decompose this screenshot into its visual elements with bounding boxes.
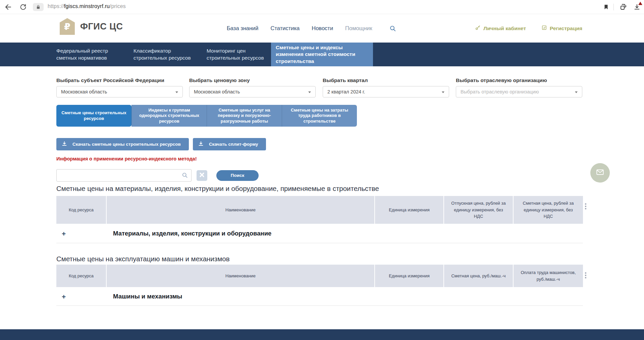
nav-statistics[interactable]: Статистика — [271, 25, 300, 31]
quarter-select[interactable]: 2 квартал 2024 г. — [323, 86, 449, 97]
personal-cabinet-link[interactable]: Личный кабинет — [475, 25, 526, 32]
tab-price-monitoring[interactable]: Мониторинг цен строительных ресурсов — [207, 43, 265, 66]
price-zone-select-value: Московская область — [194, 89, 240, 94]
nav-news[interactable]: Новости — [312, 25, 333, 31]
main-section-nav: Федеральный реестр сметных нормативов Кл… — [0, 43, 644, 66]
download-tray-icon — [62, 141, 67, 147]
search-submit-button[interactable]: Поиск — [216, 170, 259, 181]
back-icon[interactable] — [4, 3, 13, 11]
machines-group-row[interactable]: + Машины и механизмы — [56, 287, 583, 306]
account-links: Личный кабинет Регистрация — [475, 14, 582, 43]
filter-region: Выбрать субъект Российской Федерации Мос… — [56, 77, 183, 97]
expand-plus-icon[interactable]: + — [62, 293, 66, 300]
ruble-house-icon: ₽ — [60, 18, 75, 35]
chevron-down-icon — [575, 91, 578, 93]
machines-group-label: Машины и механизмы — [113, 293, 182, 300]
col-header-name: Наименование — [107, 265, 375, 287]
search-field-wrap — [56, 169, 192, 182]
ptab-transport-services[interactable]: Сметные цены услуг на перевозку и погруз… — [207, 105, 282, 127]
filter-industry-org: Выбрать отраслевую организацию Выбрать о… — [456, 77, 582, 97]
col-header-unit: Единица измерения — [375, 196, 444, 224]
filter-region-label: Выбрать субъект Российской Федерации — [56, 77, 183, 83]
personal-cabinet-label: Личный кабинет — [483, 25, 526, 31]
resource-index-info-link[interactable]: Информация о применении ресурсно-индексн… — [56, 156, 197, 161]
filter-price-zone-label: Выбрать ценовую зону — [189, 77, 316, 83]
price-zone-select[interactable]: Московская область — [189, 86, 316, 97]
clear-search-button[interactable] — [197, 170, 207, 181]
resource-search-input[interactable] — [56, 169, 192, 182]
search-icon[interactable] — [389, 25, 396, 32]
tab-federal-registry[interactable]: Федеральный реестр сметных нормативов — [56, 43, 127, 66]
col-header-machine-hour-price: Сметная цена, руб./маш.-ч — [444, 265, 514, 287]
scroll-top-marker[interactable] — [638, 2, 642, 5]
col-header-unit: Единица измерения — [375, 265, 444, 287]
nav-assistant[interactable]: Помощник — [345, 25, 372, 31]
download-split-form-button[interactable]: Скачать сплит-форму — [193, 138, 266, 150]
ptab-resource-prices[interactable]: Сметные цены строительных ресурсов — [56, 105, 131, 127]
reload-icon[interactable] — [19, 3, 28, 11]
col-header-resource-code: Код ресурса — [56, 196, 107, 224]
address-bar[interactable]: https://fgiscs.minstroyrf.ru/prices — [48, 3, 126, 9]
site-header: ₽ ФГИС ЦС База знаний Статистика Новости… — [0, 14, 644, 43]
url-host: fgiscs.minstroyrf.ru — [64, 3, 110, 9]
materials-group-row[interactable]: + Материалы, изделия, конструкции и обор… — [56, 224, 583, 243]
envelope-icon — [596, 168, 604, 178]
magnifier-icon[interactable] — [181, 172, 188, 179]
tab-classifier[interactable]: Классификатор строительных ресурсов — [133, 43, 202, 66]
machines-column-menu-icon[interactable] — [585, 272, 586, 278]
col-header-resource-code: Код ресурса — [56, 265, 107, 287]
quarter-select-value: 2 квартал 2024 г. — [327, 89, 365, 94]
machines-table-header: Код ресурса Наименование Единица измерен… — [56, 265, 583, 287]
download-tray-icon — [198, 141, 204, 147]
industry-org-select[interactable]: Выбрать отраслевую организацию — [456, 86, 582, 97]
registration-link[interactable]: Регистрация — [541, 25, 582, 32]
feedback-widget-button[interactable] — [590, 163, 610, 183]
tab-estimate-prices-active[interactable]: Сметные цены и индексы изменения сметной… — [271, 43, 373, 66]
download-actions: Скачать сметные цены строительных ресурс… — [56, 138, 266, 150]
site-logo[interactable]: ₽ ФГИС ЦС — [60, 18, 123, 35]
ptab-labor-costs[interactable]: Сметные цены на затраты труда работников… — [282, 105, 357, 127]
url-scheme: https:// — [48, 3, 64, 9]
materials-column-menu-icon[interactable] — [585, 203, 586, 209]
chevron-down-icon — [442, 91, 444, 93]
download-prices-label: Скачать сметные цены строительных ресурс… — [72, 142, 181, 147]
filter-price-zone: Выбрать ценовую зону Московская область — [189, 77, 316, 97]
chevron-down-icon — [308, 91, 311, 93]
register-form-icon — [541, 25, 547, 32]
bookmark-icon[interactable] — [602, 3, 610, 11]
page-footer — [0, 329, 644, 340]
page: https://fgiscs.minstroyrf.ru/prices ₽ ФГ… — [0, 0, 644, 340]
browser-toolbar: https://fgiscs.minstroyrf.ru/prices — [0, 0, 644, 14]
ptab-group-indexes[interactable]: Индексы к группам однородных строительны… — [131, 105, 207, 127]
materials-section-title: Сметные цены на материалы, изделия, конс… — [56, 185, 379, 193]
search-row: Поиск — [56, 169, 259, 182]
toolbar-divider — [613, 4, 614, 10]
key-icon — [475, 25, 481, 32]
col-header-name: Наименование — [107, 196, 375, 224]
expand-plus-icon[interactable]: + — [62, 230, 66, 237]
top-nav: База знаний Статистика Новости Помощник — [227, 14, 396, 43]
region-select-value: Московская область — [61, 89, 107, 94]
region-select[interactable]: Московская область — [56, 86, 183, 97]
col-header-selling-price: Отпускная цена, рублей за единицу измере… — [444, 196, 514, 224]
download-prices-button[interactable]: Скачать сметные цены строительных ресурс… — [56, 138, 189, 150]
industry-org-placeholder: Выбрать отраслевую организацию — [461, 89, 539, 94]
download-split-form-label: Скачать сплит-форму — [209, 142, 258, 147]
col-header-estimate-price: Сметная цена, рублей за единицу измерени… — [514, 196, 583, 224]
price-category-tabs: Сметные цены строительных ресурсов Индек… — [56, 105, 357, 127]
logo-ruble-symbol: ₽ — [64, 21, 70, 32]
filter-quarter: Выбрать квартал 2 квартал 2024 г. — [323, 77, 449, 97]
tab-groups-icon[interactable] — [619, 3, 628, 11]
nav-knowledge-base[interactable]: База знаний — [227, 25, 259, 31]
site-security-chip[interactable] — [33, 3, 44, 11]
col-header-operator-wages: Оплата труда машинистов, руб./маш.-ч — [514, 265, 583, 287]
materials-group-label: Материалы, изделия, конструкции и оборуд… — [113, 230, 271, 237]
chevron-down-icon — [175, 91, 178, 93]
lock-icon — [36, 5, 41, 9]
logo-text: ФГИС ЦС — [80, 21, 123, 32]
registration-label: Регистрация — [550, 25, 582, 31]
materials-table-header: Код ресурса Наименование Единица измерен… — [56, 196, 583, 224]
filter-industry-org-label: Выбрать отраслевую организацию — [456, 77, 582, 83]
machines-table: Код ресурса Наименование Единица измерен… — [56, 265, 583, 306]
materials-table: Код ресурса Наименование Единица измерен… — [56, 196, 583, 243]
